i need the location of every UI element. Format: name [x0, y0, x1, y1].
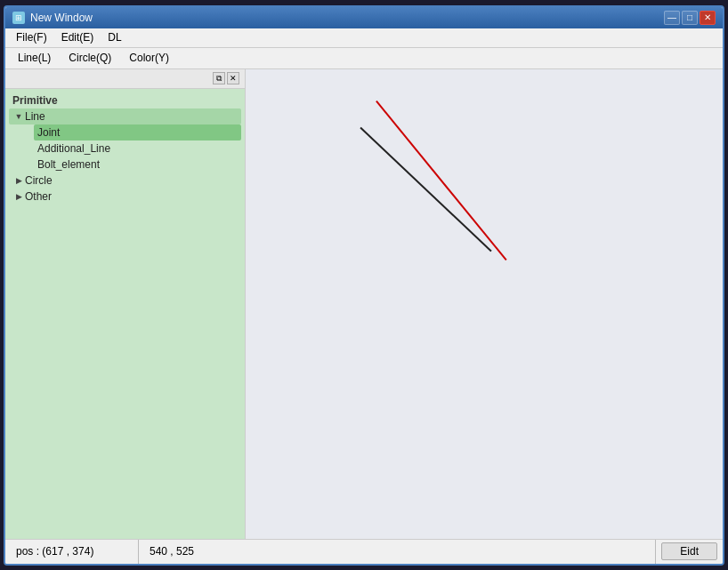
tree-item-bolt-element[interactable]: Bolt_element — [34, 157, 241, 173]
tree-item-additional-line[interactable]: Additional_Line — [34, 140, 241, 157]
menu-file[interactable]: File(F) — [9, 29, 54, 45]
panel-close-button[interactable]: ✕ — [227, 72, 239, 84]
menu-edit[interactable]: Edit(E) — [54, 29, 101, 45]
window-icon: ⊞ — [12, 12, 25, 24]
minimize-button[interactable]: — — [664, 11, 680, 25]
tree-children-line: Joint Additional_Line Bolt_element — [9, 124, 241, 173]
circle-expander-icon: ▶ — [12, 174, 25, 187]
left-panel: ⧉ ✕ Primitive ▼ Line Joint Additional_Li… — [5, 69, 246, 539]
toolbar: Line(L) Circle(Q) Color(Y) — [5, 48, 723, 69]
title-controls: — □ ✕ — [664, 11, 716, 25]
title-bar: ⊞ New Window — □ ✕ — [5, 7, 723, 28]
tree-item-line[interactable]: ▼ Line — [9, 108, 241, 124]
panel-controls: ⧉ ✕ — [213, 72, 239, 84]
maximize-button[interactable]: □ — [682, 11, 698, 25]
tree-root-label: Primitive — [9, 92, 241, 108]
status-bar: pos : (617 , 374) 540 , 525 Eidt — [5, 539, 723, 564]
edit-button[interactable]: Eidt — [661, 542, 717, 560]
other-expander-icon: ▶ — [12, 190, 25, 203]
tree-item-joint-label: Joint — [37, 126, 60, 139]
tree-area: Primitive ▼ Line Joint Additional_Line B… — [5, 89, 245, 539]
toolbar-line[interactable]: Line(L) — [9, 50, 60, 66]
canvas-line-black — [360, 127, 491, 251]
window-icon-symbol: ⊞ — [15, 13, 22, 22]
canvas-line-red — [376, 100, 506, 260]
tree-item-joint[interactable]: Joint — [34, 124, 241, 140]
main-window: ⊞ New Window — □ ✕ File(F) Edit(E) DL Li… — [4, 5, 724, 566]
tree-item-other-label: Other — [25, 190, 52, 203]
status-position: pos : (617 , 374) — [5, 540, 139, 564]
tree-item-additional-label: Additional_Line — [37, 142, 110, 155]
tree-item-line-label: Line — [25, 110, 45, 123]
panel-restore-button[interactable]: ⧉ — [213, 72, 225, 84]
status-coords: 540 , 525 — [139, 540, 656, 564]
toolbar-circle[interactable]: Circle(Q) — [60, 50, 120, 66]
line-expander-icon: ▼ — [12, 110, 25, 123]
tree-item-other[interactable]: ▶ Other — [9, 189, 241, 205]
main-area: ⧉ ✕ Primitive ▼ Line Joint Additional_Li… — [5, 69, 723, 539]
menu-dl[interactable]: DL — [101, 29, 128, 45]
canvas-area[interactable] — [246, 69, 723, 539]
window-title: New Window — [30, 12, 664, 24]
tree-item-bolt-label: Bolt_element — [37, 158, 100, 171]
close-button[interactable]: ✕ — [700, 11, 716, 25]
toolbar-color[interactable]: Color(Y) — [120, 50, 178, 66]
panel-header: ⧉ ✕ — [5, 69, 245, 89]
menu-bar: File(F) Edit(E) DL — [5, 28, 723, 48]
tree-item-circle-label: Circle — [25, 174, 53, 187]
canvas-svg — [246, 69, 723, 539]
tree-item-circle[interactable]: ▶ Circle — [9, 173, 241, 189]
